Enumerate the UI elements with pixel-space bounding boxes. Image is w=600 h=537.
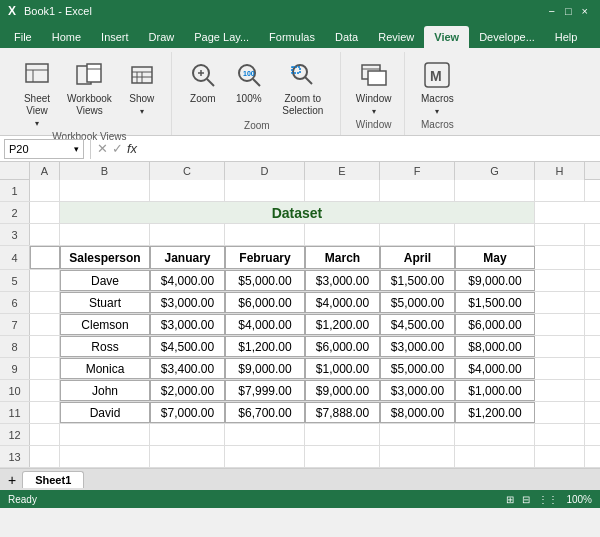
add-sheet-button[interactable]: + xyxy=(4,472,20,488)
formula-input[interactable] xyxy=(141,143,596,155)
cell-g11[interactable]: $1,200.00 xyxy=(455,402,535,423)
cell-d9[interactable]: $9,000.00 xyxy=(225,358,305,379)
cell-g5[interactable]: $9,000.00 xyxy=(455,270,535,291)
name-box[interactable]: P20 ▾ xyxy=(4,139,84,159)
cell-h6[interactable] xyxy=(535,292,585,313)
sheet-view-button[interactable]: SheetView ▾ xyxy=(16,56,58,131)
cell-g7[interactable]: $6,000.00 xyxy=(455,314,535,335)
cell-h9[interactable] xyxy=(535,358,585,379)
cell-d5[interactable]: $5,000.00 xyxy=(225,270,305,291)
cell-h7[interactable] xyxy=(535,314,585,335)
cell-d7[interactable]: $4,000.00 xyxy=(225,314,305,335)
cell-e7[interactable]: $1,200.00 xyxy=(305,314,380,335)
cell-d8[interactable]: $1,200.00 xyxy=(225,336,305,357)
cell-e10[interactable]: $9,000.00 xyxy=(305,380,380,401)
tab-view[interactable]: View xyxy=(424,26,469,48)
window-button[interactable]: Window ▾ xyxy=(351,56,397,119)
tab-insert[interactable]: Insert xyxy=(91,26,139,48)
cell-c11[interactable]: $7,000.00 xyxy=(150,402,225,423)
cell-e1[interactable] xyxy=(305,180,380,201)
cell-b6[interactable]: Stuart xyxy=(60,292,150,313)
cell-g13[interactable] xyxy=(455,446,535,467)
cell-d4[interactable]: February xyxy=(225,246,305,269)
cell-b10[interactable]: John xyxy=(60,380,150,401)
cell-a9[interactable] xyxy=(30,358,60,379)
col-header-h[interactable]: H xyxy=(535,162,585,180)
cell-e3[interactable] xyxy=(305,224,380,245)
cell-h4[interactable] xyxy=(535,246,585,269)
cell-e13[interactable] xyxy=(305,446,380,467)
cell-g9[interactable]: $4,000.00 xyxy=(455,358,535,379)
cell-a13[interactable] xyxy=(30,446,60,467)
tab-pagelayout[interactable]: Page Lay... xyxy=(184,26,259,48)
cell-f10[interactable]: $3,000.00 xyxy=(380,380,455,401)
zoom-button[interactable]: Zoom xyxy=(182,56,224,108)
cell-a1[interactable] xyxy=(30,180,60,201)
cell-e5[interactable]: $3,000.00 xyxy=(305,270,380,291)
cell-a2[interactable] xyxy=(30,202,60,223)
cell-a12[interactable] xyxy=(30,424,60,445)
show-button[interactable]: Show ▾ xyxy=(121,56,163,119)
zoom-level[interactable]: 100% xyxy=(566,494,592,505)
cell-c6[interactable]: $3,000.00 xyxy=(150,292,225,313)
tab-formulas[interactable]: Formulas xyxy=(259,26,325,48)
cell-b4[interactable]: Salesperson xyxy=(60,246,150,269)
cell-g10[interactable]: $1,000.00 xyxy=(455,380,535,401)
cell-c4[interactable]: January xyxy=(150,246,225,269)
cell-e12[interactable] xyxy=(305,424,380,445)
cell-b2-dataset[interactable]: Dataset xyxy=(60,202,535,223)
cell-f7[interactable]: $4,500.00 xyxy=(380,314,455,335)
cell-h12[interactable] xyxy=(535,424,585,445)
cell-g12[interactable] xyxy=(455,424,535,445)
cell-h5[interactable] xyxy=(535,270,585,291)
cell-e11[interactable]: $7,888.00 xyxy=(305,402,380,423)
cell-a6[interactable] xyxy=(30,292,60,313)
col-header-b[interactable]: B xyxy=(60,162,150,180)
cell-f12[interactable] xyxy=(380,424,455,445)
cell-d12[interactable] xyxy=(225,424,305,445)
cell-f5[interactable]: $1,500.00 xyxy=(380,270,455,291)
cell-h1[interactable] xyxy=(535,180,585,201)
cell-d13[interactable] xyxy=(225,446,305,467)
col-header-d[interactable]: D xyxy=(225,162,305,180)
tab-review[interactable]: Review xyxy=(368,26,424,48)
cell-e4[interactable]: March xyxy=(305,246,380,269)
col-header-c[interactable]: C xyxy=(150,162,225,180)
cell-f8[interactable]: $3,000.00 xyxy=(380,336,455,357)
cell-b5[interactable]: Dave xyxy=(60,270,150,291)
col-header-g[interactable]: G xyxy=(455,162,535,180)
tab-draw[interactable]: Draw xyxy=(139,26,185,48)
cell-b7[interactable]: Clemson xyxy=(60,314,150,335)
confirm-formula-icon[interactable]: ✓ xyxy=(112,141,123,156)
maximize-icon[interactable]: □ xyxy=(561,5,576,17)
cell-d3[interactable] xyxy=(225,224,305,245)
close-icon[interactable]: × xyxy=(578,5,592,17)
cell-e9[interactable]: $1,000.00 xyxy=(305,358,380,379)
tab-developer[interactable]: Develope... xyxy=(469,26,545,48)
cell-f4[interactable]: April xyxy=(380,246,455,269)
cancel-formula-icon[interactable]: ✕ xyxy=(97,141,108,156)
col-header-e[interactable]: E xyxy=(305,162,380,180)
cell-f1[interactable] xyxy=(380,180,455,201)
tab-help[interactable]: Help xyxy=(545,26,588,48)
col-header-f[interactable]: F xyxy=(380,162,455,180)
macros-button[interactable]: M Macros ▾ xyxy=(416,56,459,119)
cell-h8[interactable] xyxy=(535,336,585,357)
tab-data[interactable]: Data xyxy=(325,26,368,48)
sheet-tab-1[interactable]: Sheet1 xyxy=(22,471,84,488)
cell-c13[interactable] xyxy=(150,446,225,467)
window-controls[interactable]: − □ × xyxy=(544,5,592,17)
cell-h10[interactable] xyxy=(535,380,585,401)
cell-g1[interactable] xyxy=(455,180,535,201)
cell-b12[interactable] xyxy=(60,424,150,445)
view-pagebreak-icon[interactable]: ⋮⋮ xyxy=(538,494,558,505)
cell-h3[interactable] xyxy=(535,224,585,245)
col-header-a[interactable]: A xyxy=(30,162,60,180)
cell-b9[interactable]: Monica xyxy=(60,358,150,379)
cell-b13[interactable] xyxy=(60,446,150,467)
cell-g3[interactable] xyxy=(455,224,535,245)
cell-b1[interactable] xyxy=(60,180,150,201)
cell-d1[interactable] xyxy=(225,180,305,201)
cell-a11[interactable] xyxy=(30,402,60,423)
tab-home[interactable]: Home xyxy=(42,26,91,48)
